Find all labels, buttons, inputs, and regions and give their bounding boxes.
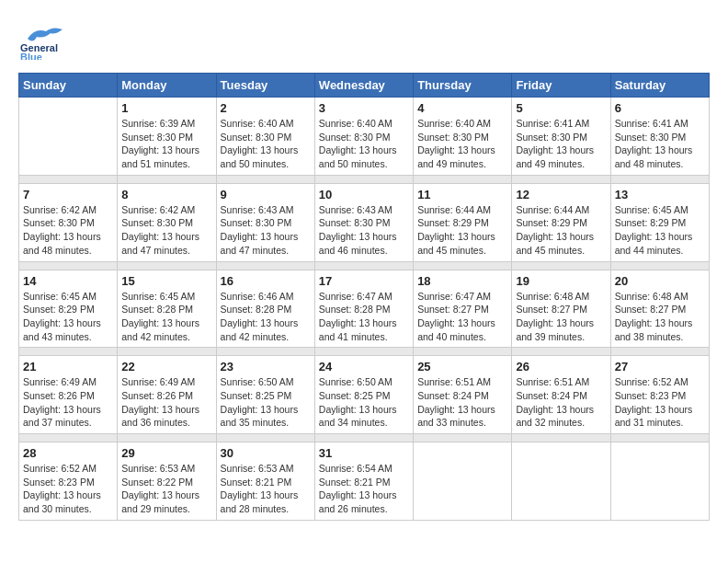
calendar-cell: 16Sunrise: 6:46 AM Sunset: 8:28 PM Dayli… xyxy=(216,270,314,348)
day-header-monday: Monday xyxy=(118,74,216,98)
separator-cell xyxy=(414,261,512,270)
logo-icon: General Blue xyxy=(18,18,64,63)
day-info: Sunrise: 6:41 AM Sunset: 8:30 PM Dayligh… xyxy=(615,117,705,171)
separator-cell xyxy=(414,175,512,183)
week-separator xyxy=(19,348,710,356)
day-number: 26 xyxy=(516,360,606,373)
calendar-cell: 8Sunrise: 6:42 AM Sunset: 8:30 PM Daylig… xyxy=(118,183,216,261)
separator-cell xyxy=(216,348,314,356)
day-info: Sunrise: 6:43 AM Sunset: 8:30 PM Dayligh… xyxy=(319,203,409,258)
calendar-cell xyxy=(512,442,610,521)
calendar-cell: 7Sunrise: 6:42 AM Sunset: 8:30 PM Daylig… xyxy=(19,183,118,261)
separator-cell xyxy=(216,175,314,183)
day-number: 13 xyxy=(615,188,705,201)
day-info: Sunrise: 6:51 AM Sunset: 8:24 PM Dayligh… xyxy=(417,375,507,430)
day-number: 28 xyxy=(23,446,113,460)
separator-cell xyxy=(118,348,216,356)
day-info: Sunrise: 6:45 AM Sunset: 8:29 PM Dayligh… xyxy=(23,290,113,344)
week-row-1: 1Sunrise: 6:39 AM Sunset: 8:30 PM Daylig… xyxy=(19,98,710,176)
day-number: 17 xyxy=(319,274,409,288)
calendar-cell: 30Sunrise: 6:53 AM Sunset: 8:21 PM Dayli… xyxy=(216,442,314,521)
day-header-sunday: Sunday xyxy=(19,74,118,98)
separator-cell xyxy=(414,348,512,356)
week-separator xyxy=(19,261,710,270)
separator-cell xyxy=(19,175,118,183)
separator-cell xyxy=(314,348,413,356)
day-number: 12 xyxy=(516,188,606,201)
day-info: Sunrise: 6:40 AM Sunset: 8:30 PM Dayligh… xyxy=(319,117,409,171)
calendar-table: SundayMondayTuesdayWednesdayThursdayFrid… xyxy=(18,73,710,521)
separator-cell xyxy=(118,434,216,442)
day-info: Sunrise: 6:42 AM Sunset: 8:30 PM Dayligh… xyxy=(121,203,211,258)
separator-cell xyxy=(610,348,709,356)
week-row-4: 21Sunrise: 6:49 AM Sunset: 8:26 PM Dayli… xyxy=(19,356,710,434)
separator-cell xyxy=(19,261,118,270)
separator-cell xyxy=(610,175,709,183)
day-number: 15 xyxy=(121,274,211,288)
calendar-header-row: SundayMondayTuesdayWednesdayThursdayFrid… xyxy=(19,74,710,98)
calendar-cell: 12Sunrise: 6:44 AM Sunset: 8:29 PM Dayli… xyxy=(512,183,610,261)
day-info: Sunrise: 6:45 AM Sunset: 8:29 PM Dayligh… xyxy=(615,203,705,258)
separator-cell xyxy=(512,434,610,442)
day-number: 10 xyxy=(319,188,409,201)
day-number: 27 xyxy=(615,360,705,373)
day-number: 1 xyxy=(121,101,211,115)
day-info: Sunrise: 6:52 AM Sunset: 8:23 PM Dayligh… xyxy=(615,375,705,430)
separator-cell xyxy=(216,434,314,442)
calendar-cell: 28Sunrise: 6:52 AM Sunset: 8:23 PM Dayli… xyxy=(19,442,118,521)
calendar-cell: 24Sunrise: 6:50 AM Sunset: 8:25 PM Dayli… xyxy=(314,356,413,434)
day-number: 5 xyxy=(516,101,606,115)
calendar-cell: 4Sunrise: 6:40 AM Sunset: 8:30 PM Daylig… xyxy=(414,98,512,176)
day-header-thursday: Thursday xyxy=(414,74,512,98)
day-info: Sunrise: 6:47 AM Sunset: 8:28 PM Dayligh… xyxy=(319,290,409,344)
separator-cell xyxy=(118,175,216,183)
separator-cell xyxy=(19,434,118,442)
day-number: 29 xyxy=(121,446,211,460)
calendar-cell: 31Sunrise: 6:54 AM Sunset: 8:21 PM Dayli… xyxy=(314,442,413,521)
day-info: Sunrise: 6:45 AM Sunset: 8:28 PM Dayligh… xyxy=(121,290,211,344)
day-info: Sunrise: 6:53 AM Sunset: 8:22 PM Dayligh… xyxy=(121,462,211,516)
separator-cell xyxy=(414,434,512,442)
calendar-cell: 6Sunrise: 6:41 AM Sunset: 8:30 PM Daylig… xyxy=(610,98,709,176)
day-info: Sunrise: 6:51 AM Sunset: 8:24 PM Dayligh… xyxy=(516,375,606,430)
calendar-cell: 29Sunrise: 6:53 AM Sunset: 8:22 PM Dayli… xyxy=(118,442,216,521)
calendar-cell xyxy=(19,98,118,176)
day-info: Sunrise: 6:48 AM Sunset: 8:27 PM Dayligh… xyxy=(615,290,705,344)
day-info: Sunrise: 6:44 AM Sunset: 8:29 PM Dayligh… xyxy=(516,203,606,258)
separator-cell xyxy=(19,348,118,356)
separator-cell xyxy=(314,175,413,183)
separator-cell xyxy=(512,175,610,183)
day-header-tuesday: Tuesday xyxy=(216,74,314,98)
calendar-cell: 25Sunrise: 6:51 AM Sunset: 8:24 PM Dayli… xyxy=(414,356,512,434)
calendar-cell: 20Sunrise: 6:48 AM Sunset: 8:27 PM Dayli… xyxy=(610,270,709,348)
day-number: 21 xyxy=(23,360,113,373)
day-number: 7 xyxy=(23,188,113,201)
day-number: 9 xyxy=(221,188,311,201)
separator-cell xyxy=(216,261,314,270)
calendar-cell: 10Sunrise: 6:43 AM Sunset: 8:30 PM Dayli… xyxy=(314,183,413,261)
day-header-wednesday: Wednesday xyxy=(314,74,413,98)
week-separator xyxy=(19,434,710,442)
calendar-cell: 19Sunrise: 6:48 AM Sunset: 8:27 PM Dayli… xyxy=(512,270,610,348)
day-info: Sunrise: 6:44 AM Sunset: 8:29 PM Dayligh… xyxy=(417,203,507,258)
day-number: 31 xyxy=(319,446,409,460)
separator-cell xyxy=(610,434,709,442)
day-number: 25 xyxy=(417,360,507,373)
separator-cell xyxy=(610,261,709,270)
day-number: 6 xyxy=(615,101,705,115)
day-header-friday: Friday xyxy=(512,74,610,98)
day-info: Sunrise: 6:53 AM Sunset: 8:21 PM Dayligh… xyxy=(221,462,311,516)
day-number: 19 xyxy=(516,274,606,288)
day-info: Sunrise: 6:52 AM Sunset: 8:23 PM Dayligh… xyxy=(23,462,113,516)
day-info: Sunrise: 6:49 AM Sunset: 8:26 PM Dayligh… xyxy=(121,375,211,430)
day-info: Sunrise: 6:54 AM Sunset: 8:21 PM Dayligh… xyxy=(319,462,409,516)
separator-cell xyxy=(118,261,216,270)
separator-cell xyxy=(314,434,413,442)
day-number: 8 xyxy=(121,188,211,201)
separator-cell xyxy=(314,261,413,270)
day-number: 11 xyxy=(417,188,507,201)
day-info: Sunrise: 6:40 AM Sunset: 8:30 PM Dayligh… xyxy=(417,117,507,171)
day-number: 23 xyxy=(221,360,311,373)
calendar-cell: 21Sunrise: 6:49 AM Sunset: 8:26 PM Dayli… xyxy=(19,356,118,434)
day-number: 24 xyxy=(319,360,409,373)
